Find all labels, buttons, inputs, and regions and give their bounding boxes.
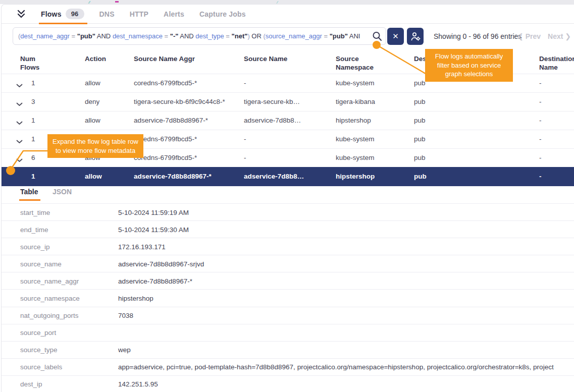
chevron-down-icon[interactable]	[16, 82, 23, 89]
detail-row: end_time5-10-2024 11:59:30 AM	[2, 220, 574, 238]
detail-value: 5-10-2024 11:59:19 AM	[118, 208, 574, 216]
detail-row: start_time5-10-2024 11:59:19 AM	[2, 203, 574, 220]
tab-alerts[interactable]: Alerts	[164, 5, 184, 24]
flows-count-badge: 96	[66, 9, 84, 19]
user-settings-button[interactable]	[407, 28, 424, 45]
detail-key: end_time	[20, 226, 48, 233]
cell-dest_name: -	[539, 154, 542, 161]
cell-src_ns: hipstershop	[336, 117, 371, 124]
cell-num: 1	[31, 117, 35, 124]
query-token: =	[224, 32, 232, 40]
detail-key: source_name	[20, 260, 62, 267]
showing-entries-text: Showing 0 - 96 of 96 entries	[434, 32, 521, 40]
col-action[interactable]: Action	[85, 54, 125, 63]
cell-action: allow	[85, 173, 102, 180]
detail-key: source_port	[20, 329, 56, 337]
detail-tab-table[interactable]: Table	[20, 188, 38, 196]
tab-capture-jobs[interactable]: Capture Jobs	[199, 5, 246, 24]
detail-row: source_nameadservice-7d8b8d8967-srjvd	[2, 255, 574, 272]
detail-key: dest_ip	[20, 380, 42, 388]
detail-key: source_name_aggr	[20, 277, 79, 285]
query-token: "pub"	[330, 32, 348, 40]
table-row[interactable]: 3denytigera-secure-kb-6f9c9c44c8-*tigera…	[2, 92, 574, 111]
query-token: "net"	[232, 32, 248, 40]
filter-query-input[interactable]: (dest_name_aggr = "pub" AND dest_namespa…	[13, 27, 386, 45]
graph-fragment-icon: ⁄	[277, 1, 278, 4]
tooltip-filter-annotation: Flow logs automatically filter based on …	[425, 49, 513, 82]
chevron-down-icon[interactable]	[16, 119, 23, 127]
table-row[interactable]: 1allowadservice-7d8b8d8967-*adservice-7d…	[2, 111, 574, 130]
tab-http[interactable]: HTTP	[130, 5, 148, 24]
detail-row: source_port	[2, 324, 574, 341]
graph-fragment-icon: ⁄⁄	[89, 1, 90, 4]
detail-row: dest_ip142.251.5.95	[2, 375, 574, 392]
detail-value: 172.16.193.171	[118, 243, 574, 250]
detail-row: nat_outgoing_ports7038	[2, 307, 574, 324]
collapse-panel-button[interactable]	[16, 9, 27, 19]
cell-src_aggr: tigera-secure-kb-6f9c9c44c8-*	[134, 98, 225, 105]
cell-dest_name: -	[539, 173, 542, 180]
user-gear-icon	[410, 32, 421, 41]
cell-dest_name: -	[539, 98, 542, 105]
cell-src_ns: kube-system	[336, 135, 375, 143]
col-source-name-aggr[interactable]: Source Name Aggr	[134, 54, 235, 63]
col-num-flows[interactable]: Num Flows	[20, 54, 51, 72]
cell-src_name: -	[244, 154, 246, 161]
cell-src_name: adservice-7d8b8…	[244, 173, 304, 180]
chevron-down-icon[interactable]	[16, 156, 23, 164]
query-token: OR	[250, 32, 264, 40]
query-token: =	[322, 32, 330, 40]
cell-dest_aggr: pub	[414, 98, 426, 105]
query-token: ANI	[348, 32, 360, 40]
cell-src_ns: kube-system	[336, 154, 375, 161]
cell-src_ns: hipstershop	[336, 173, 375, 180]
query-token: =	[163, 32, 170, 40]
col-source-name[interactable]: Source Name	[244, 54, 320, 63]
chevron-down-icon[interactable]	[16, 100, 23, 108]
detail-key: source_ip	[20, 243, 50, 250]
cell-dest_name: -	[539, 135, 542, 143]
cell-dest_name: -	[539, 117, 542, 124]
tab-flows[interactable]: Flows 96	[41, 5, 84, 24]
cell-num: 6	[31, 154, 35, 161]
detail-row: source_ip172.16.193.171	[2, 238, 574, 255]
query-token: AND	[95, 32, 113, 40]
cell-dest_aggr: pub	[414, 135, 426, 143]
query-token: "-"	[170, 32, 179, 40]
filter-query: (dest_name_aggr = "pub" AND dest_namespa…	[18, 32, 360, 40]
cell-src_name: -	[244, 135, 246, 143]
cell-src_ns: kube-system	[336, 79, 375, 87]
col-source-namespace[interactable]: Source Namespace	[336, 54, 384, 72]
cell-dest_name: -	[539, 79, 542, 87]
cell-dest_aggr: pub	[414, 154, 426, 161]
detail-row: source_namespacehipstershop	[2, 289, 574, 306]
detail-row: source_name_aggradservice-7d8b8d8967-*	[2, 272, 574, 289]
query-token: source_name_aggr	[266, 32, 322, 40]
clear-filter-button[interactable]: ✕	[387, 28, 404, 45]
prev-page-button[interactable]: ❮ Prev	[517, 32, 541, 40]
detail-tab-json[interactable]: JSON	[53, 188, 72, 196]
detail-key: source_namespace	[20, 295, 80, 302]
detail-value: 142.251.5.95	[118, 380, 574, 388]
detail-key: source_labels	[20, 363, 62, 371]
detail-row: source_typewep	[2, 341, 574, 358]
cell-src_aggr: coredns-6799fbcd5-*	[134, 79, 197, 87]
cell-dest_aggr: pub	[414, 117, 426, 124]
detail-table: start_time5-10-2024 11:59:19 AMend_time5…	[2, 203, 574, 392]
chevron-down-icon[interactable]	[16, 138, 23, 145]
tooltip-expand-annotation: Expand the flow log table row to view mo…	[47, 134, 143, 158]
detail-key: nat_outgoing_ports	[20, 312, 79, 319]
cell-dest_aggr: pub	[414, 79, 426, 87]
cell-src_aggr: adservice-7d8b8d8967-*	[134, 173, 212, 180]
tab-dns[interactable]: DNS	[99, 5, 115, 24]
cell-src_ns: tigera-kibana	[336, 98, 375, 105]
detail-value: adservice-7d8b8d8967-*	[118, 277, 574, 285]
query-token: dest_type	[195, 32, 224, 40]
col-destination-name[interactable]: Destination Name	[539, 54, 574, 72]
cell-num: 1	[31, 173, 35, 180]
graph-fragment-icon	[115, 1, 119, 3]
query-token: "pub"	[77, 32, 95, 40]
next-page-button[interactable]: Next ❯	[548, 32, 571, 40]
search-icon[interactable]	[372, 31, 383, 43]
query-token: dest_namespace	[113, 32, 163, 40]
